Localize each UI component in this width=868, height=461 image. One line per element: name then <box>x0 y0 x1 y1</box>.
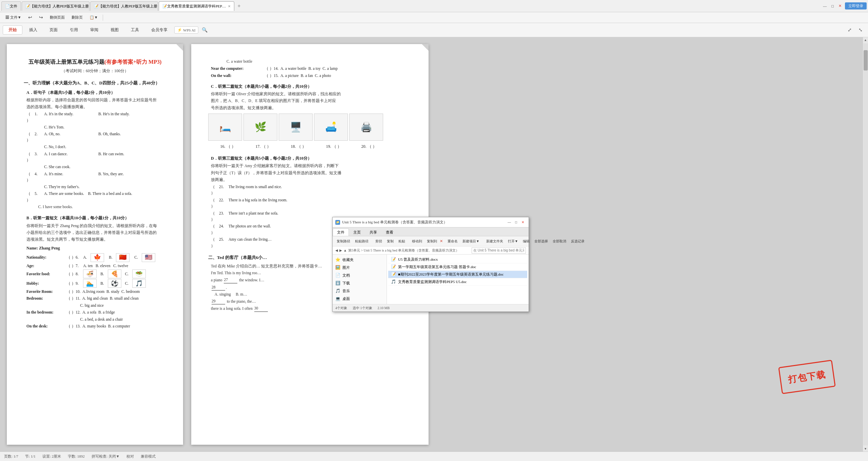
right-scrollbar[interactable]: ▲ ▼ <box>863 37 868 452</box>
sidebar-downloads[interactable]: ⬇️ 下载 <box>333 279 387 287</box>
dialog-tab-file[interactable]: 文件 <box>333 228 349 236</box>
tab-insert[interactable]: 插入 <box>24 26 43 34</box>
copy-path-button[interactable]: 复制路径 <box>335 238 352 244</box>
new-folder-button[interactable]: 新建文件夹 <box>484 238 505 244</box>
paste-path-button[interactable]: 粘贴路径 <box>353 238 371 244</box>
dialog-path-bar: ◀ ▶ ▲ 第5单元 > Unit 5 There is a big bed 单… <box>333 246 529 255</box>
documents-icon: 📄 <box>335 273 340 278</box>
restore-icon[interactable]: □ <box>830 4 835 8</box>
copy-button[interactable]: 复制 <box>385 238 396 244</box>
deselect-all-button[interactable]: 全部取消 <box>551 238 568 244</box>
dialog-title-text: Unit 5 There is a big bed 单元检测卷（含答案、音频及听… <box>342 220 504 225</box>
ribbon-file[interactable]: ☰ 文件▼ <box>3 14 24 21</box>
ribbon-flip-page[interactable]: 翻倒页面 <box>47 14 67 21</box>
sidebar-pictures[interactable]: 🖼️ 图片 <box>333 264 387 272</box>
tab-file[interactable]: 📄 文件 <box>1 1 21 11</box>
sectionB-desc1: 你将听到一篇关于 Zhang Peng 的自我介绍的短文。请根据所听内容，在每 <box>26 223 166 229</box>
login-button[interactable]: 立即登录 <box>845 2 867 9</box>
file-item-4[interactable]: 🎵 文秀教育质量监测测调语学科PEP5 U5.doc <box>388 278 527 286</box>
sidebar-music[interactable]: 🎵 音乐 <box>333 287 387 295</box>
file-item-2[interactable]: 📝 第一学期五年级英语第五单元练习题 答题卡.doc <box>388 263 527 271</box>
dialog-tab-view[interactable]: 查看 <box>381 228 398 236</box>
sectionB-desc3: 选项涂黑。短文共两节，每节短文播放两遍。 <box>26 237 166 242</box>
sidebar-desktop[interactable]: 💻 桌面 <box>333 295 387 303</box>
dialog-body: ⭐ 收藏夹 🖼️ 图片 📄 文档 ⬇️ 下载 🎵 音乐 <box>333 255 529 304</box>
doc-page-left: 五年级英语上册第五单元练习题(有参考答案+听力 MP3) （考试时间：60分钟；… <box>7 44 183 445</box>
question-4: （ ） 4. A. It's mine. B. Yes, they are. C… <box>26 171 166 190</box>
wps-ai-button[interactable]: ⚡ WPS AI <box>174 26 198 34</box>
room-img-5: 🖨️ <box>349 114 383 141</box>
downloads-icon: ⬇️ <box>335 281 340 286</box>
dialog-close-button[interactable]: ✕ <box>520 219 526 225</box>
sidebar-favorites[interactable]: ⭐ 收藏夹 <box>333 256 387 264</box>
tab-view[interactable]: 视图 <box>105 26 124 34</box>
new-item-button[interactable]: 新建项目▼ <box>460 238 481 244</box>
path-arrow-up[interactable]: ▲ <box>343 248 347 252</box>
dialog-right-toolbar: 打开▼ 编辑 全部选择 全部取消 反选记录 <box>506 238 587 244</box>
dialog-search-input[interactable] <box>472 247 526 254</box>
tab-doc3[interactable]: 📝 文秀教育质量监测测调语学科PEP… ✕ <box>159 1 234 11</box>
sectionD-desc2: 列句子正（T）误（F），并将答题卡上对应题号所选的选项涂黑。短文播 <box>211 170 412 176</box>
question-2: （ ） 2. A. Oh, no. B. Oh, thanks. C. No, … <box>26 131 166 150</box>
file-item-3[interactable]: 📝 ■期刊2022至2023学年度第一学期五年级英语第五单元练习题.doc <box>388 271 527 278</box>
copy-to-button[interactable]: 复制到 <box>425 238 439 244</box>
selected-info-text: 选中 1个对象 <box>353 306 372 310</box>
file-count-text: 4个对象 <box>335 306 347 310</box>
tab-review[interactable]: 审阅 <box>85 26 104 34</box>
scroll-up-arrow[interactable]: ▲ <box>863 37 868 43</box>
file-item-1[interactable]: 📝 U5 普及及听力材料.docx <box>388 256 527 263</box>
tab-doc2[interactable]: 📝 【能力培优】人教PEP版五年级上册… ✕ <box>90 1 158 11</box>
on-wall-row: On the wall: （ ）15. A. a picture B. a fa… <box>211 73 412 79</box>
minimize-icon[interactable]: — <box>822 4 828 8</box>
spell-check[interactable]: 拼写检查: 关闭▼ <box>92 454 120 459</box>
tab-doc1[interactable]: 📝 【能力培优】人教PEP版五年级上册… ✕ <box>22 1 90 11</box>
open-button[interactable]: 打开▼ <box>506 238 520 244</box>
tab-vip[interactable]: 会员专享 <box>146 26 173 34</box>
close-icon[interactable]: ✕ <box>837 4 843 8</box>
view-mode[interactable]: 兼容模式 <box>141 454 156 459</box>
ribbon-del-page[interactable]: 删除页 <box>69 14 85 21</box>
sidebar-documents[interactable]: 📄 文档 <box>333 272 387 279</box>
search-icon[interactable]: 🔍 <box>200 25 209 35</box>
doc3-icon: 📝 <box>162 4 167 8</box>
move-to-button[interactable]: 移动到 <box>410 238 424 244</box>
scroll-thumb[interactable] <box>864 50 868 71</box>
path-arrow-left[interactable]: ◀ <box>335 248 338 252</box>
tab3-close-icon[interactable]: ✕ <box>228 4 231 8</box>
rename-button[interactable]: 重命名 <box>446 238 460 244</box>
tab-page[interactable]: 页面 <box>44 26 63 34</box>
hobby-row: Hobby: （ ）9. 🏊 B. ⚽ C. 🎵 <box>26 279 166 288</box>
dialog-tab-share[interactable]: 共享 <box>365 228 381 236</box>
redo-icon[interactable]: ↪ <box>36 13 46 22</box>
select-all-button[interactable]: 全部选择 <box>532 238 550 244</box>
dialog-toolbar: 复制路径 粘贴路径 剪切 复制 粘贴 移动到 复制到 ✕ 重命名 新建项目▼ 新… <box>333 236 529 246</box>
tab-reference[interactable]: 引用 <box>64 26 83 34</box>
undo-icon[interactable]: ↩ <box>25 13 35 22</box>
expand-icon[interactable]: ⤡ <box>856 25 865 35</box>
sectionB-desc2: 小题所给出的三个选项中，选出正确信息，并将答题卡上对应题号所选的 <box>26 230 166 236</box>
sectionA-desc2: 选的选项涂黑。每小题播放两遍。 <box>26 104 166 110</box>
ribbon-clipboard[interactable]: 📋▼ <box>87 15 101 20</box>
paste-button[interactable]: 粘贴 <box>396 238 407 244</box>
dialog-filelist: 📝 U5 普及及听力材料.docx 📝 第一学期五年级英语第五单元练习题 答题卡… <box>387 255 529 304</box>
add-tab-button[interactable]: + <box>235 2 243 10</box>
edit-button[interactable]: 编辑 <box>521 238 532 244</box>
favorites-icon: ⭐ <box>335 257 340 262</box>
dialog-maximize-button[interactable]: □ <box>513 219 519 225</box>
sectionC-desc1: 你将听到一篇 Oliver 介绍他家房间的短文。请根据所听内容，找出相应的 <box>211 91 412 97</box>
invert-button[interactable]: 反选记录 <box>569 238 587 244</box>
settings-info: 设置: 2厘米 <box>42 454 61 459</box>
delete-icon[interactable]: ✕ <box>440 238 443 245</box>
dialog-minimize-button[interactable]: — <box>506 219 512 225</box>
dialog-tab-home[interactable]: 主页 <box>349 228 365 236</box>
wps-ai-icon: ⚡ <box>177 28 182 32</box>
scroll-down-arrow[interactable]: ▼ <box>863 446 868 452</box>
room-img-4: 🛋️ <box>314 114 348 141</box>
collapse-ribbon-icon[interactable]: ⤢ <box>845 25 854 35</box>
tab-tools[interactable]: 工具 <box>125 26 144 34</box>
path-arrow-right[interactable]: ▶ <box>339 248 342 252</box>
cut-button[interactable]: 剪切 <box>373 238 384 244</box>
file-icon: 📄 <box>5 4 10 8</box>
sectionA-title: A．听句子（本题共5小题，每小题2分，共10分） <box>26 89 166 96</box>
tab-start[interactable]: 开始 <box>3 25 22 35</box>
